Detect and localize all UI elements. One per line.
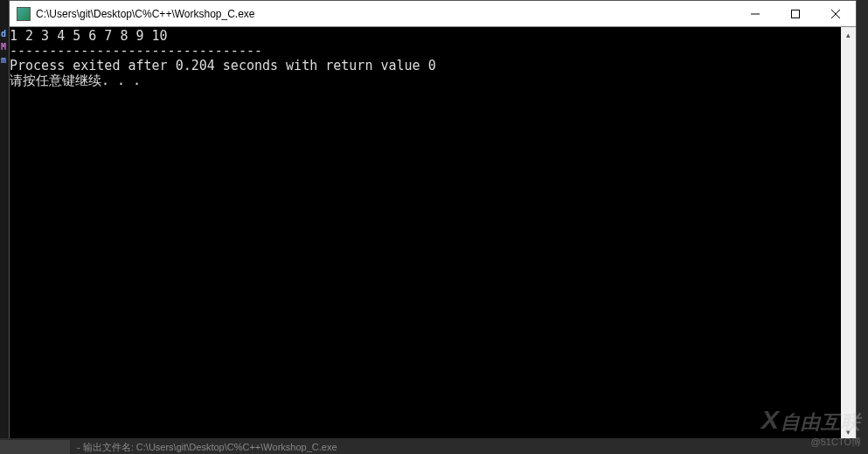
svg-rect-1 [792, 10, 800, 17]
editor-gutter: d M m [0, 0, 9, 454]
titlebar[interactable]: C:\Users\git\Desktop\C%C++\Workshop_C.ex… [10, 1, 856, 27]
output-numbers: 1 2 3 4 5 6 7 8 9 10 [10, 28, 168, 44]
minimize-icon [751, 10, 760, 18]
output-prompt: 请按任意键继续. . . [10, 73, 141, 88]
statusbar-output-path: - 输出文件名: C:\Users\git\Desktop\C%C++\Work… [77, 441, 337, 454]
gutter-mark-m-lower: m [1, 55, 6, 65]
minimize-button[interactable] [735, 1, 775, 26]
console-output[interactable]: 1 2 3 4 5 6 7 8 9 10 -------------------… [10, 27, 856, 439]
output-divider: -------------------------------- [10, 43, 262, 59]
close-icon [831, 10, 840, 18]
vertical-scrollbar[interactable]: ▴ ▾ [841, 27, 856, 439]
window-controls [735, 1, 856, 26]
close-button[interactable] [816, 1, 856, 26]
output-exit-status: Process exited after 0.204 seconds with … [10, 58, 436, 73]
scroll-track[interactable] [841, 42, 856, 424]
app-icon [17, 7, 31, 21]
gutter-mark-m-upper: M [1, 42, 6, 52]
scroll-down-button[interactable]: ▾ [841, 424, 856, 439]
window-title: C:\Users\git\Desktop\C%C++\Workshop_C.ex… [36, 8, 735, 20]
statusbar-segment [0, 440, 70, 454]
maximize-button[interactable] [775, 1, 816, 26]
gutter-mark-d: d [1, 29, 6, 38]
maximize-icon [791, 10, 800, 18]
ide-statusbar: - 输出文件名: C:\Users\git\Desktop\C%C++\Work… [0, 438, 868, 454]
console-window: C:\Users\git\Desktop\C%C++\Workshop_C.ex… [9, 0, 857, 440]
scroll-up-button[interactable]: ▴ [841, 27, 856, 42]
